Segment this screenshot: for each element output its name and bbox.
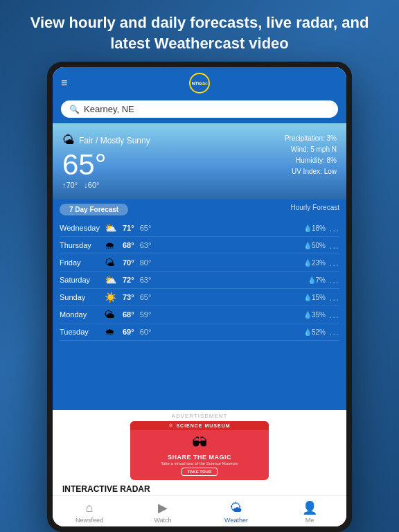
forecast-row[interactable]: Friday 🌤 70° 80° 💧23% ...	[60, 254, 339, 272]
row-dots: ...	[326, 274, 339, 285]
ad-glasses-icon: 🕶	[192, 434, 207, 452]
precip: 💧50%	[298, 242, 326, 249]
lo-temp: 63°	[140, 276, 152, 284]
day-name: Tuesday	[60, 328, 105, 336]
temps: 73° 65°	[123, 293, 298, 301]
forecast-row[interactable]: Saturday ⛅ 72° 63° 💧7% ...	[60, 272, 339, 289]
temps: 72° 63°	[123, 276, 298, 284]
bottom-nav: ⌂ Newsfeed ▶ Watch 🌤 Weather 👤 Me	[53, 495, 346, 526]
ad-label: Advertisement	[172, 413, 228, 419]
ad-cta-button[interactable]: Take Tour	[181, 468, 218, 476]
weather-icon-cell: 🌥	[105, 309, 123, 320]
weather-hero: 🌤 Fair / Mostly Sunny 65° ↑70° ↓60° Prec…	[53, 123, 346, 200]
device-wrapper: ≡ NTVabc 🔍 Kearney, NE 🌤 Fair / Mostly S…	[47, 62, 352, 532]
hi-temp: 68°	[123, 241, 134, 249]
weather-icon-cell: ⛅	[105, 222, 123, 233]
ad-banner[interactable]: ⚛ Science Museum 🕶 Share The Magic Take …	[130, 421, 269, 480]
hi-temp: 73°	[123, 293, 134, 301]
ad-section: Advertisement ⚛ Science Museum 🕶 Share T…	[53, 410, 346, 480]
low-temp: ↓60°	[84, 181, 99, 189]
museum-atom-icon: ⚛	[168, 423, 173, 429]
precipitation-stat: Precipitation: 3%	[285, 133, 337, 144]
precip: 💧18%	[298, 224, 326, 232]
nav-item-watch[interactable]: ▶ Watch	[144, 500, 182, 524]
radar-label: INTERACTIVE RADAR	[62, 484, 150, 494]
search-value: Kearney, NE	[84, 104, 134, 114]
radar-bar: INTERACTIVE RADAR	[53, 480, 346, 495]
abc-label: abc	[200, 81, 208, 86]
ntv-logo: NTVabc	[189, 73, 210, 94]
ad-museum-header: ⚛ Science Museum	[130, 421, 269, 430]
ad-headline: Share The Magic	[168, 454, 231, 461]
hi-temp: 71°	[123, 224, 134, 232]
app-header: ≡ NTVabc	[53, 67, 346, 98]
hamburger-icon[interactable]: ≡	[61, 77, 67, 89]
day-name: Monday	[60, 310, 105, 319]
nav-item-newsfeed[interactable]: ⌂ Newsfeed	[71, 501, 109, 524]
hi-temp: 69°	[123, 328, 134, 336]
forecast-row[interactable]: Tuesday 🌧 69° 60° 💧52% ...	[60, 323, 339, 341]
tab-7day[interactable]: 7 Day Forecast	[60, 204, 128, 215]
hi-temp: 68°	[123, 310, 134, 319]
weather-icon-cell: 🌧	[105, 240, 123, 251]
search-input-wrap[interactable]: 🔍 Kearney, NE	[61, 100, 338, 118]
precip: 💧15%	[298, 294, 326, 301]
forecast-row[interactable]: Monday 🌥 68° 59° 💧35% ...	[60, 306, 339, 323]
lo-temp: 59°	[140, 310, 152, 319]
lo-temp: 80°	[140, 258, 152, 267]
lo-temp: 65°	[140, 293, 152, 301]
row-dots: ...	[326, 257, 339, 268]
headline-text: View hourly and daily forecasts, live ra…	[0, 0, 399, 62]
weather-icon: 🌤	[230, 501, 242, 515]
precip: 💧52%	[298, 328, 326, 336]
row-dots: ...	[326, 309, 339, 320]
day-name: Sunday	[60, 293, 105, 301]
temp-range: ↑70° ↓60°	[62, 181, 337, 189]
wind-stat: Wind: 5 mph N	[285, 144, 337, 155]
device-screen: ≡ NTVabc 🔍 Kearney, NE 🌤 Fair / Mostly S…	[53, 67, 346, 526]
watch-label: Watch	[154, 517, 171, 524]
uv-stat: UV Index: Low	[285, 166, 337, 177]
ad-museum-name: Science Museum	[176, 423, 230, 428]
weather-icon-cell: 🌤	[105, 257, 123, 268]
watch-icon: ▶	[158, 500, 168, 515]
forecast-row[interactable]: Sunday ☀️ 73° 65° 💧15% ...	[60, 289, 339, 306]
temps: 68° 63°	[123, 241, 298, 249]
forecast-section: 7 Day Forecast Hourly Forecast Wednesday…	[53, 200, 346, 410]
temps: 69° 60°	[123, 328, 298, 336]
precip: 💧35%	[298, 311, 326, 319]
newsfeed-icon: ⌂	[86, 501, 94, 515]
tab-hourly[interactable]: Hourly Forecast	[290, 204, 339, 215]
nav-item-me[interactable]: 👤 Me	[291, 500, 329, 524]
temps: 68° 59°	[123, 310, 298, 319]
sun-icon: 🌤	[62, 133, 75, 148]
temps: 70° 80°	[123, 258, 298, 267]
precip: 💧7%	[298, 276, 326, 284]
day-name: Saturday	[60, 276, 105, 284]
forecast-tabs: 7 Day Forecast Hourly Forecast	[60, 200, 339, 220]
weather-icon-cell: ⛅	[105, 274, 123, 285]
hi-temp: 72°	[123, 276, 134, 284]
row-dots: ...	[326, 222, 339, 233]
nav-item-weather[interactable]: 🌤 Weather	[218, 501, 256, 524]
row-dots: ...	[326, 240, 339, 251]
hi-temp: 70°	[123, 258, 134, 267]
high-temp: ↑70°	[62, 181, 78, 189]
lo-temp: 60°	[140, 328, 152, 336]
forecast-list: Wednesday ⛅ 71° 65° 💧18% ... Thursday 🌧 …	[60, 220, 339, 341]
day-name: Wednesday	[60, 224, 105, 232]
day-name: Friday	[60, 258, 105, 267]
row-dots: ...	[326, 326, 339, 337]
me-icon: 👤	[302, 500, 317, 515]
forecast-row[interactable]: Wednesday ⛅ 71° 65° 💧18% ...	[60, 220, 339, 237]
humidity-stat: Humidity: 8%	[285, 155, 337, 166]
weather-icon-cell: 🌧	[105, 326, 123, 337]
ad-subtext: Take a virtual tour of the Science Museu…	[161, 461, 238, 466]
weather-label: Weather	[224, 517, 248, 524]
forecast-row[interactable]: Thursday 🌧 68° 63° 💧50% ...	[60, 237, 339, 254]
lo-temp: 65°	[140, 224, 152, 232]
weather-stats: Precipitation: 3% Wind: 5 mph N Humidity…	[285, 133, 337, 177]
me-label: Me	[305, 517, 314, 524]
search-icon: 🔍	[69, 105, 80, 114]
lo-temp: 63°	[140, 241, 152, 249]
